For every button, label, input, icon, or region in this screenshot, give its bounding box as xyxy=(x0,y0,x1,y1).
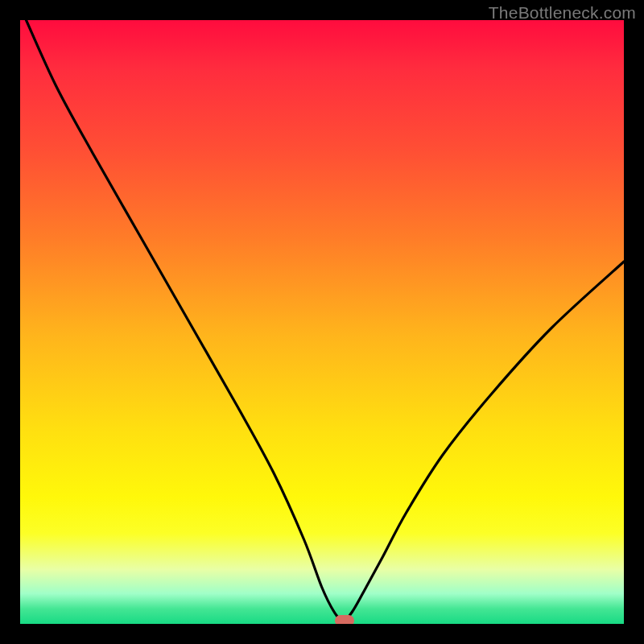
plot-area xyxy=(20,20,624,624)
curve-path xyxy=(27,20,625,621)
optimum-marker xyxy=(335,615,354,624)
watermark-text: TheBottleneck.com xyxy=(489,3,636,23)
bottleneck-curve xyxy=(20,20,624,624)
chart-container: TheBottleneck.com xyxy=(0,0,644,644)
